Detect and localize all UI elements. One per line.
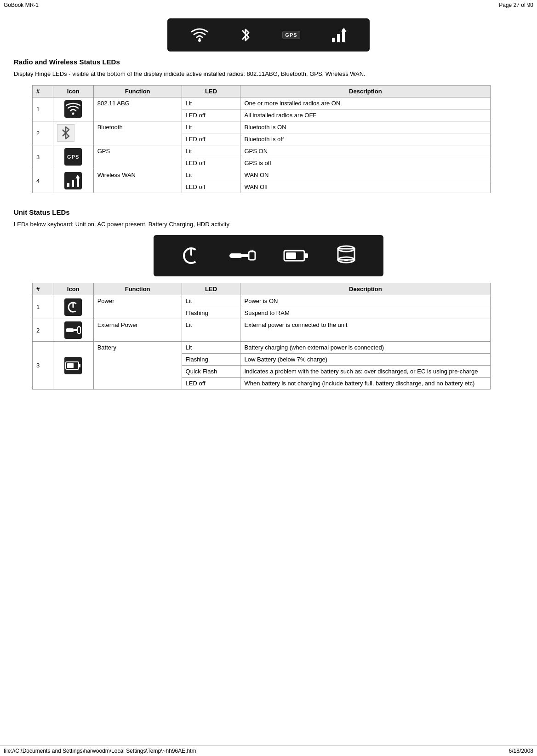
row2-desc2: Bluetooth is off (240, 133, 491, 145)
radio-col-function: Function (93, 85, 182, 97)
unit-row1-num: 1 (33, 295, 53, 319)
svg-rect-7 (72, 180, 74, 187)
row3-desc2: GPS is off (240, 157, 491, 169)
svg-rect-19 (286, 252, 296, 259)
page-header: GoBook MR-1 Page 27 of 90 (0, 0, 537, 10)
unit-row3-num: 3 (33, 342, 53, 389)
svg-rect-27 (74, 329, 78, 331)
wan-radio-icon (330, 26, 347, 44)
table-row: 1 Power Lit Power is ON (33, 295, 491, 307)
svg-rect-14 (249, 252, 255, 260)
gps-badge-label: GPS (282, 31, 300, 39)
hdd-unit-icon (336, 244, 356, 267)
gps-radio-icon: GPS (282, 31, 300, 39)
svg-rect-12 (229, 253, 242, 258)
power-icon (64, 298, 82, 316)
unit-image-container (14, 235, 523, 276)
unit-row1-icon (53, 295, 93, 319)
unit-col-led: LED (182, 283, 240, 295)
radio-image: GPS (167, 18, 370, 52)
radio-section-desc: Display Hinge LEDs - visible at the bott… (14, 69, 523, 79)
unit-row3-desc2: Low Battery (below 7% charge) (240, 354, 491, 366)
unit-row2-led1: Lit (182, 319, 240, 342)
unit-table: # Icon Function LED Description 1 (32, 283, 491, 389)
row3-icon: GPS (53, 145, 93, 169)
table-row: 1 802.11 ABG Lit One or more installed r… (33, 97, 491, 109)
row2-func: Bluetooth (93, 121, 182, 145)
doc-title: GoBook MR-1 (4, 2, 39, 8)
extpower-icon (64, 321, 82, 339)
row3-led2: LED off (182, 157, 240, 169)
unit-row1-led2: Flashing (182, 307, 240, 319)
unit-col-function: Function (93, 283, 182, 295)
svg-rect-13 (242, 254, 249, 257)
row2-num: 2 (33, 121, 53, 145)
radio-col-icon: Icon (53, 85, 93, 97)
svg-rect-26 (66, 328, 74, 332)
row2-led1: Lit (182, 121, 240, 133)
unit-row2-desc1: External power is connected to the unit (240, 319, 491, 342)
row2-led2: LED off (182, 133, 240, 145)
unit-row3-func: Battery (93, 342, 182, 389)
unit-row2-num: 2 (33, 319, 53, 342)
row4-icon (53, 169, 93, 193)
unit-section-title: Unit Status LEDs (14, 208, 523, 216)
unit-row1-desc2: Suspend to RAM (240, 307, 491, 319)
svg-point-23 (343, 259, 349, 261)
row1-desc1: One or more installed radios are ON (240, 97, 491, 109)
row4-led1: Lit (182, 169, 240, 181)
svg-marker-4 (341, 28, 347, 32)
svg-rect-1 (332, 38, 335, 42)
battery-icon (64, 357, 82, 374)
radio-table: # Icon Function LED Description 1 (32, 85, 491, 193)
row1-num: 1 (33, 97, 53, 121)
radio-col-desc: Description (240, 85, 491, 97)
row4-led2: LED off (182, 181, 240, 193)
row3-num: 3 (33, 145, 53, 169)
bluetooth-radio-icon (239, 26, 252, 44)
unit-row3-led3: Quick Flash (182, 366, 240, 378)
bluetooth-icon (57, 124, 74, 142)
row1-func: 802.11 ABG (93, 97, 182, 121)
svg-rect-2 (337, 34, 340, 42)
row3-led1: Lit (182, 145, 240, 157)
row4-func: Wireless WAN (93, 169, 182, 193)
unit-row3-led2: Flashing (182, 354, 240, 366)
footer-date: 6/18/2008 (509, 748, 533, 754)
unit-row3-led4: LED off (182, 378, 240, 389)
row4-desc2: WAN Off (240, 181, 491, 193)
row4-num: 4 (33, 169, 53, 193)
radio-col-led: LED (182, 85, 240, 97)
svg-marker-9 (75, 175, 80, 178)
svg-rect-32 (79, 364, 80, 367)
svg-rect-6 (67, 183, 69, 187)
unit-col-desc: Description (240, 283, 491, 295)
radio-image-container: GPS (14, 18, 523, 52)
wan-icon (64, 172, 82, 189)
page-footer: file://C:\Documents and Settings\harwood… (0, 745, 537, 756)
svg-rect-33 (67, 363, 74, 368)
unit-row2-func: External Power (93, 319, 182, 342)
row4-desc1: WAN ON (240, 169, 491, 181)
svg-point-0 (198, 39, 201, 42)
unit-col-icon: Icon (53, 283, 93, 295)
gps-icon: GPS (64, 148, 82, 166)
footer-path: file://C:\Documents and Settings\harwood… (4, 748, 196, 754)
row1-led2: LED off (182, 109, 240, 121)
row2-desc1: Bluetooth is ON (240, 121, 491, 133)
row1-led1: Lit (182, 97, 240, 109)
radio-col-num: # (33, 85, 53, 97)
unit-row3-desc3: Indicates a problem with the battery suc… (240, 366, 491, 378)
unit-row3-desc4: When battery is not charging (include ba… (240, 378, 491, 389)
unit-image (154, 235, 383, 276)
table-row: 4 Wireless WAN Lit WAN ON (33, 169, 491, 181)
page-info: Page 27 of 90 (499, 2, 533, 8)
svg-rect-18 (304, 253, 308, 258)
radio-section-title: Radio and Wireless Status LEDs (14, 58, 523, 66)
unit-col-num: # (33, 283, 53, 295)
row3-func: GPS (93, 145, 182, 169)
unit-section-desc: LEDs below keyboard: Unit on, AC power p… (14, 220, 523, 229)
svg-point-5 (72, 113, 74, 115)
unit-row1-func: Power (93, 295, 182, 319)
row3-desc1: GPS ON (240, 145, 491, 157)
